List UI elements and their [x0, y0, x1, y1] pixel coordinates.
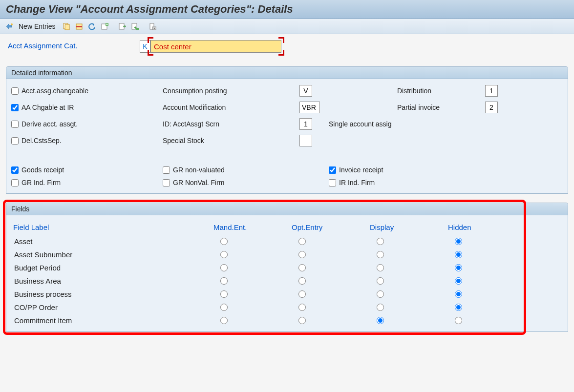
field-radio-mand[interactable]	[220, 238, 228, 245]
consumption-posting-label: Consumption posting	[163, 87, 299, 95]
ir-ind-firm-checkbox[interactable]	[329, 179, 336, 186]
field-radio-hidden[interactable]	[455, 317, 462, 324]
gr-ind-firm-checkbox[interactable]	[11, 179, 19, 186]
page-title: Change View "Account Assignment Categori…	[0, 0, 574, 19]
field-row-label: Business process	[13, 290, 213, 298]
field-radio-opt[interactable]	[298, 317, 306, 324]
field-radio-hidden[interactable]	[455, 238, 462, 245]
consumption-posting-input[interactable]	[299, 85, 312, 97]
fields-header-display: Display	[370, 223, 448, 232]
category-desc-wrap	[150, 40, 281, 53]
field-radio-opt[interactable]	[298, 277, 306, 285]
field-row-label: Budget Period	[13, 264, 213, 272]
undo-icon[interactable]	[86, 21, 97, 32]
acct-assg-changeable-label[interactable]: Acct.assg.changeable	[21, 87, 88, 95]
detailed-info-group: Detailed information Acct.assg.changeabl…	[6, 66, 568, 194]
distribution-label: Distribution	[397, 87, 485, 95]
derive-acct-assgt-checkbox[interactable]	[11, 121, 19, 128]
field-radio-hidden[interactable]	[455, 277, 462, 285]
category-desc-input[interactable]	[150, 40, 281, 53]
special-stock-label: Special Stock	[163, 137, 299, 144]
derive-acct-assgt-label[interactable]: Derive acct. assgt.	[21, 120, 78, 128]
del-csts-sep-label[interactable]: Del.CstsSep.	[21, 137, 62, 144]
print-icon[interactable]	[147, 21, 158, 32]
fields-header-opt: Opt.Entry	[292, 223, 370, 232]
fields-header-mand: Mand.Ent.	[213, 223, 292, 232]
fields-header-hidden: Hidden	[448, 223, 526, 232]
new-entries-button[interactable]: New Entries	[17, 22, 59, 30]
account-modification-label: Account Modification	[163, 103, 299, 111]
goods-receipt-checkbox[interactable]	[11, 166, 19, 174]
fields-group-title: Fields	[6, 203, 568, 215]
gr-non-valuated-label[interactable]: GR non-valuated	[173, 166, 225, 174]
field-row-label: Asset Subnumber	[13, 250, 213, 259]
account-modification-input[interactable]	[299, 102, 320, 113]
goods-receipt-label[interactable]: Goods receipt	[21, 166, 64, 174]
content-area: Acct Assignment Cat. K Detailed informat…	[0, 34, 574, 347]
field-radio-mand[interactable]	[220, 277, 228, 285]
partial-invoice-input[interactable]	[485, 102, 498, 113]
gr-nonval-firm-checkbox[interactable]	[163, 179, 170, 186]
id-acctassgt-scrn-hint: Single account assig	[329, 120, 510, 128]
invoice-receipt-label[interactable]: Invoice receipt	[339, 166, 383, 174]
svg-point-12	[154, 28, 155, 29]
field-row-label: CO/PP Order	[13, 303, 213, 311]
detailed-info-title: Detailed information	[6, 67, 568, 79]
field-radio-mand[interactable]	[220, 251, 228, 258]
distribution-input[interactable]	[485, 85, 498, 97]
svg-rect-2	[65, 24, 69, 30]
toolbar: New Entries	[0, 19, 574, 34]
acct-assg-changeable-checkbox[interactable]	[11, 87, 19, 95]
aa-chgable-ir-checkbox[interactable]	[11, 104, 19, 111]
id-acctassgt-scrn-input[interactable]	[299, 118, 312, 130]
special-stock-input[interactable]	[299, 135, 312, 146]
field-radio-display[interactable]	[377, 277, 384, 285]
field-radio-display[interactable]	[377, 238, 384, 245]
field-radio-opt[interactable]	[298, 264, 306, 271]
import-icon[interactable]	[129, 21, 140, 32]
field-radio-opt[interactable]	[298, 304, 306, 311]
field-radio-hidden[interactable]	[455, 290, 462, 298]
gr-ind-firm-label[interactable]: GR Ind. Firm	[21, 179, 61, 186]
fields-header-label: Field Label	[13, 223, 213, 232]
toggle-icon[interactable]	[4, 21, 15, 32]
next-icon[interactable]	[117, 21, 128, 32]
field-radio-hidden[interactable]	[455, 251, 462, 258]
fields-group: Fields Field Label Mand.Ent. Opt.Entry D…	[6, 203, 568, 332]
add-icon[interactable]	[99, 21, 110, 32]
svg-rect-4	[76, 26, 82, 27]
invoice-receipt-checkbox[interactable]	[329, 166, 336, 174]
field-radio-mand[interactable]	[220, 290, 228, 298]
id-acctassgt-scrn-label: ID: AcctAssgt Scrn	[163, 120, 299, 128]
ir-ind-firm-label[interactable]: IR Ind. Firm	[339, 179, 375, 186]
partial-invoice-label: Partial invoice	[397, 103, 485, 111]
field-row-label: Commitment Item	[13, 316, 213, 325]
field-radio-mand[interactable]	[220, 264, 228, 271]
field-radio-opt[interactable]	[298, 290, 306, 298]
field-radio-display[interactable]	[377, 251, 384, 258]
field-row-label: Asset	[13, 237, 213, 246]
field-radio-display[interactable]	[377, 317, 384, 324]
field-radio-mand[interactable]	[220, 304, 228, 311]
gr-non-valuated-checkbox[interactable]	[163, 166, 170, 174]
del-csts-sep-checkbox[interactable]	[11, 137, 19, 144]
field-radio-opt[interactable]	[298, 238, 306, 245]
field-radio-display[interactable]	[377, 264, 384, 271]
field-radio-mand[interactable]	[220, 317, 228, 324]
delete-icon[interactable]	[74, 21, 85, 32]
acct-assignment-cat-label: Acct Assignment Cat.	[8, 41, 140, 51]
svg-rect-9	[136, 28, 139, 30]
gr-nonval-firm-label[interactable]: GR NonVal. Firm	[173, 179, 225, 186]
aa-chgable-ir-label[interactable]: AA Chgable at IR	[21, 103, 74, 111]
field-radio-display[interactable]	[377, 304, 384, 311]
field-radio-opt[interactable]	[298, 251, 306, 258]
header-row: Acct Assignment Cat. K	[6, 40, 568, 53]
field-radio-display[interactable]	[377, 290, 384, 298]
copy-icon[interactable]	[61, 21, 72, 32]
svg-point-0	[11, 23, 13, 25]
field-row-label: Business Area	[13, 277, 213, 285]
field-radio-hidden[interactable]	[455, 304, 462, 311]
field-radio-hidden[interactable]	[455, 264, 462, 271]
